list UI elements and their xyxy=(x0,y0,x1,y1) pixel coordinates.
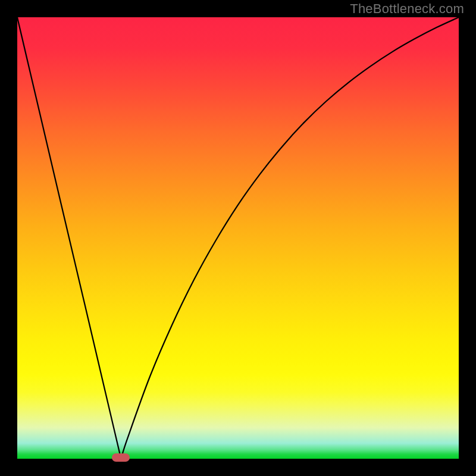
watermark-text: TheBottleneck.com xyxy=(350,1,464,17)
optimal-point-marker xyxy=(112,453,130,462)
plot-area xyxy=(17,17,459,459)
bottleneck-curve xyxy=(17,17,459,459)
chart-frame: TheBottleneck.com xyxy=(0,0,476,476)
